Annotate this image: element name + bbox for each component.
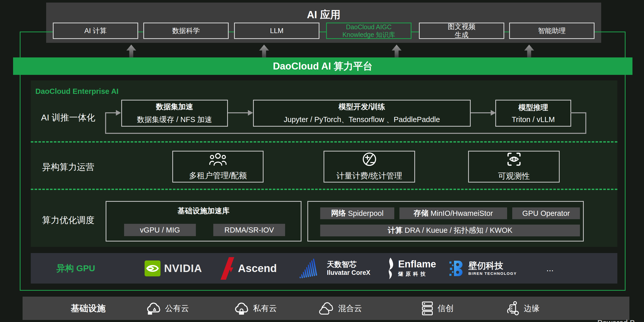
vendor-biren: 壁仞科技 BIREN TECHNOLOGY — [449, 253, 517, 284]
vendor-name-cn: 壁仞科技 — [468, 261, 517, 270]
box-label: 可观测性 — [498, 171, 530, 182]
app-box-aigc-knowledge: DaoCloud AIGC Knowledge 知识库 — [326, 23, 411, 39]
vendor-name: NVIDIA — [164, 262, 202, 275]
app-box-label-line1: DaoCloud AIGC — [346, 23, 392, 31]
chip-label: Spiderpool — [346, 209, 384, 218]
vendor-name-en: Iluvatar CoreX — [327, 269, 370, 276]
app-box-assistant: 智能助理 — [509, 23, 595, 39]
chip-label-bold: 网络 — [331, 208, 346, 218]
server-stack-icon — [421, 301, 434, 316]
infra-item-label: 边缘 — [524, 303, 540, 314]
gpu-vendor-strip: 异构 GPU NVIDIA Ascend — [31, 253, 617, 284]
app-box-label: 智能助理 — [538, 27, 566, 35]
gpu-strip-label: 异构 GPU — [56, 253, 95, 284]
box-label: 多租户管理/配额 — [189, 170, 247, 181]
arrow-up-icon — [391, 45, 402, 57]
nvidia-logo-icon — [145, 260, 160, 276]
enterprise-panel: DaoCloud Enterprise AI AI 训推一体化 数据集加速 数据… — [31, 80, 617, 247]
row-label-compute-ops: 异构算力运营 — [42, 161, 94, 173]
powered-by-partial: Powered B — [597, 318, 635, 322]
infra-item-label: 混合云 — [338, 303, 362, 314]
group-title: 基础设施加速库 — [106, 206, 301, 216]
vendor-name: Enflame — [398, 259, 436, 269]
app-box-label: LLM — [270, 27, 284, 35]
chip-storage-minio: 存储 MinIO/HwameiStor — [399, 207, 507, 219]
loop-line — [585, 112, 586, 134]
chip-label-bold: 存储 — [414, 208, 428, 218]
vendor-ascend: Ascend — [220, 253, 277, 284]
box-title: 数据集加速 — [156, 102, 193, 112]
chip-label: vGPU / MIG — [140, 226, 180, 234]
platform-banner: DaoCloud AI 算力平台 — [13, 57, 632, 75]
vendor-more-ellipsis: ... — [546, 253, 554, 284]
infrastructure-label: 基础设施 — [71, 297, 106, 320]
dashed-divider — [31, 141, 617, 143]
chip-label: DRA / Kueue / 拓扑感知 / KWOK — [402, 225, 512, 236]
row-label-scheduling: 算力优化调度 — [42, 214, 94, 226]
infra-item-label: 信创 — [438, 303, 454, 314]
vendor-name-cn: 天数智芯 — [327, 260, 370, 269]
private-cloud-icon — [234, 302, 249, 315]
app-box-label-line2: Knowledge 知识库 — [343, 31, 395, 38]
infra-item-xinchuang: 信创 — [421, 297, 454, 320]
loop-line — [105, 112, 106, 134]
vendor-name-cn: 燧原科技 — [398, 270, 436, 277]
user-group-icon — [209, 152, 227, 166]
hybrid-cloud-icon — [319, 302, 334, 315]
arrow-right-icon — [491, 110, 496, 116]
loop-line — [570, 112, 586, 113]
app-box-data-science: 数据科学 — [143, 23, 229, 39]
chip-compute-scheduling: 计算 DRA / Kueue / 拓扑感知 / KWOK — [320, 225, 580, 236]
chip-label-bold: 计算 — [388, 225, 402, 236]
box-subtitle: Triton / vLLM — [512, 115, 555, 124]
vendor-enflame: Enflame 燧原科技 — [385, 253, 436, 284]
daocloud-ai-architecture-diagram: AI 应用 AI 计算 数据科学 LLM DaoCloud AIGC Knowl… — [0, 0, 644, 322]
box-dataset-acceleration: 数据集加速 数据集缓存 / NFS 加速 — [121, 100, 228, 127]
infra-item-label: 私有云 — [253, 303, 277, 314]
chip-network-spiderpool: 网络 Spiderpool — [320, 207, 394, 219]
chip-rdma-sriov: RDMA/SR-IOV — [213, 224, 285, 236]
ai-apps-title: AI 应用 — [46, 8, 601, 22]
chip-label: RDMA/SR-IOV — [224, 226, 274, 234]
app-box-label-line2: 生成 — [455, 31, 469, 39]
arrow-right-icon — [248, 110, 253, 116]
box-observability: 可观测性 — [468, 151, 560, 183]
app-box-image-video-gen: 图文视频 生成 — [419, 23, 504, 39]
row-label-train-infer: AI 训推一体化 — [41, 112, 95, 124]
vendor-name: Ascend — [238, 262, 277, 275]
infra-item-edge: 边缘 — [505, 297, 540, 320]
infra-item-hybrid-cloud: 混合云 — [319, 297, 362, 320]
box-label: 计量计费/统计管理 — [336, 170, 402, 181]
arrow-up-icon — [126, 45, 136, 57]
ascend-logo-icon — [220, 257, 234, 280]
metering-icon — [362, 152, 377, 166]
vendor-name-en: BIREN TECHNOLOGY — [468, 271, 517, 276]
infra-item-public-cloud: 公有云 — [146, 297, 189, 320]
box-subtitle: 数据集缓存 / NFS 加速 — [137, 115, 212, 125]
observability-eye-icon — [506, 152, 522, 167]
chip-label: MinIO/HwameiStor — [428, 209, 493, 218]
arrow-up-icon — [259, 45, 269, 57]
iluvatar-logo-icon — [299, 259, 323, 278]
box-model-inference: 模型推理 Triton / vLLM — [495, 100, 571, 127]
infrastructure-bar: 基础设施 公有云 私有云 混合云 — [23, 297, 629, 320]
arrow-up-icon — [524, 45, 534, 57]
infra-item-private-cloud: 私有云 — [234, 297, 277, 320]
box-multitenancy-quota: 多租户管理/配额 — [172, 151, 264, 183]
box-model-dev-training: 模型开发/训练 Jupyter / PyTorch、Tensorflow 、Pa… — [253, 100, 471, 127]
platform-banner-title: DaoCloud AI 算力平台 — [273, 60, 373, 73]
arrow-right-icon — [116, 110, 121, 116]
vendor-nvidia: NVIDIA — [145, 253, 202, 284]
app-box-ai-compute: AI 计算 — [53, 23, 138, 39]
group-infra-acceleration: 基础设施加速库 vGPU / MIG RDMA/SR-IOV — [106, 201, 301, 242]
group-platform-components: 网络 Spiderpool 存储 MinIO/HwameiStor GPU Op… — [307, 201, 584, 242]
connector-line — [228, 112, 248, 113]
dashed-divider — [31, 189, 617, 190]
app-box-llm: LLM — [234, 23, 319, 39]
chip-label: GPU Operator — [522, 209, 570, 218]
connector-line — [471, 112, 491, 113]
app-box-label: AI 计算 — [84, 27, 107, 35]
box-title: 模型开发/训练 — [338, 102, 385, 112]
public-cloud-icon — [146, 302, 161, 315]
enterprise-title: DaoCloud Enterprise AI — [35, 87, 118, 96]
